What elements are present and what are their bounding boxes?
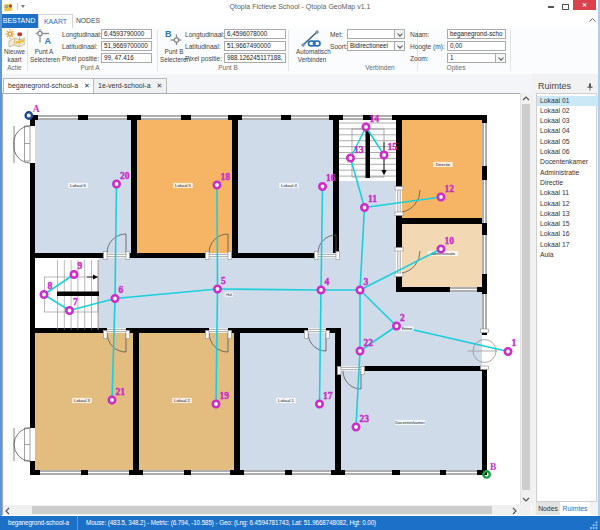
svg-text:Entree: Entree bbox=[402, 327, 413, 331]
svg-text:18: 18 bbox=[221, 172, 231, 182]
svg-text:3: 3 bbox=[364, 277, 369, 287]
svg-text:B: B bbox=[490, 462, 497, 472]
svg-text:14: 14 bbox=[370, 114, 380, 124]
svg-text:17: 17 bbox=[323, 391, 333, 401]
svg-text:B: B bbox=[165, 29, 172, 39]
svg-text:Lokaal 6: Lokaal 6 bbox=[70, 183, 87, 188]
svg-text:12: 12 bbox=[445, 184, 455, 194]
svg-text:11: 11 bbox=[368, 194, 377, 204]
svg-text:15: 15 bbox=[388, 142, 398, 152]
svg-text:4: 4 bbox=[325, 277, 330, 287]
svg-text:1: 1 bbox=[512, 338, 517, 348]
svg-text:5: 5 bbox=[221, 276, 226, 286]
svg-text:10: 10 bbox=[445, 236, 455, 246]
svg-text:Lokaal 1: Lokaal 1 bbox=[278, 398, 295, 403]
svg-text:A: A bbox=[45, 36, 52, 46]
svg-text:Lokaal 2: Lokaal 2 bbox=[174, 398, 191, 403]
svg-text:8: 8 bbox=[48, 281, 53, 291]
svg-text:23: 23 bbox=[360, 414, 370, 424]
svg-text:2: 2 bbox=[400, 313, 405, 323]
svg-text:22: 22 bbox=[364, 338, 374, 348]
svg-text:Directie: Directie bbox=[436, 162, 451, 167]
svg-text:9: 9 bbox=[78, 261, 83, 271]
svg-text:21: 21 bbox=[116, 387, 126, 397]
svg-text:19: 19 bbox=[220, 391, 230, 401]
svg-text:Lokaal 4: Lokaal 4 bbox=[281, 183, 298, 188]
svg-text:16: 16 bbox=[326, 173, 336, 183]
svg-text:Lokaal 5: Lokaal 5 bbox=[175, 183, 192, 188]
svg-text:Lokaal 3: Lokaal 3 bbox=[74, 398, 91, 403]
svg-text:13: 13 bbox=[354, 145, 364, 155]
svg-text:20: 20 bbox=[120, 171, 130, 181]
svg-text:Docentenkamer: Docentenkamer bbox=[395, 420, 425, 425]
svg-text:6: 6 bbox=[119, 285, 124, 295]
svg-text:7: 7 bbox=[73, 297, 78, 307]
svg-text:A: A bbox=[33, 104, 40, 114]
svg-text:Hal: Hal bbox=[226, 293, 232, 297]
